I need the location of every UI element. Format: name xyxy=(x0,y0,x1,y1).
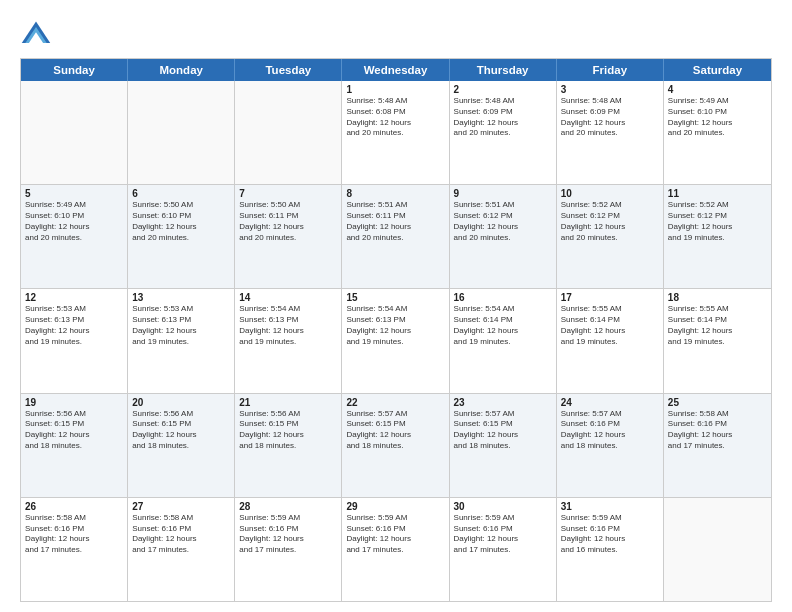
day-cell-27: 27Sunrise: 5:58 AM Sunset: 6:16 PM Dayli… xyxy=(128,498,235,601)
day-number: 27 xyxy=(132,501,230,512)
header-day-tuesday: Tuesday xyxy=(235,59,342,81)
day-number: 25 xyxy=(668,397,767,408)
day-number: 14 xyxy=(239,292,337,303)
cell-info-text: Sunrise: 5:58 AM Sunset: 6:16 PM Dayligh… xyxy=(132,513,230,556)
day-number: 2 xyxy=(454,84,552,95)
cell-info-text: Sunrise: 5:59 AM Sunset: 6:16 PM Dayligh… xyxy=(239,513,337,556)
day-cell-9: 9Sunrise: 5:51 AM Sunset: 6:12 PM Daylig… xyxy=(450,185,557,288)
day-number: 13 xyxy=(132,292,230,303)
cell-info-text: Sunrise: 5:56 AM Sunset: 6:15 PM Dayligh… xyxy=(132,409,230,452)
empty-cell-0-2 xyxy=(235,81,342,184)
cell-info-text: Sunrise: 5:59 AM Sunset: 6:16 PM Dayligh… xyxy=(454,513,552,556)
cell-info-text: Sunrise: 5:54 AM Sunset: 6:13 PM Dayligh… xyxy=(346,304,444,347)
day-number: 20 xyxy=(132,397,230,408)
cell-info-text: Sunrise: 5:48 AM Sunset: 6:08 PM Dayligh… xyxy=(346,96,444,139)
day-cell-2: 2Sunrise: 5:48 AM Sunset: 6:09 PM Daylig… xyxy=(450,81,557,184)
cell-info-text: Sunrise: 5:52 AM Sunset: 6:12 PM Dayligh… xyxy=(668,200,767,243)
day-number: 16 xyxy=(454,292,552,303)
day-number: 6 xyxy=(132,188,230,199)
day-cell-18: 18Sunrise: 5:55 AM Sunset: 6:14 PM Dayli… xyxy=(664,289,771,392)
day-cell-12: 12Sunrise: 5:53 AM Sunset: 6:13 PM Dayli… xyxy=(21,289,128,392)
cell-info-text: Sunrise: 5:55 AM Sunset: 6:14 PM Dayligh… xyxy=(561,304,659,347)
day-number: 28 xyxy=(239,501,337,512)
cell-info-text: Sunrise: 5:59 AM Sunset: 6:16 PM Dayligh… xyxy=(561,513,659,556)
day-number: 11 xyxy=(668,188,767,199)
day-number: 31 xyxy=(561,501,659,512)
day-cell-23: 23Sunrise: 5:57 AM Sunset: 6:15 PM Dayli… xyxy=(450,394,557,497)
day-cell-16: 16Sunrise: 5:54 AM Sunset: 6:14 PM Dayli… xyxy=(450,289,557,392)
header-day-thursday: Thursday xyxy=(450,59,557,81)
day-number: 30 xyxy=(454,501,552,512)
day-cell-31: 31Sunrise: 5:59 AM Sunset: 6:16 PM Dayli… xyxy=(557,498,664,601)
header-day-sunday: Sunday xyxy=(21,59,128,81)
day-cell-3: 3Sunrise: 5:48 AM Sunset: 6:09 PM Daylig… xyxy=(557,81,664,184)
day-number: 12 xyxy=(25,292,123,303)
calendar-body: 1Sunrise: 5:48 AM Sunset: 6:08 PM Daylig… xyxy=(21,81,771,601)
day-cell-30: 30Sunrise: 5:59 AM Sunset: 6:16 PM Dayli… xyxy=(450,498,557,601)
day-cell-28: 28Sunrise: 5:59 AM Sunset: 6:16 PM Dayli… xyxy=(235,498,342,601)
cell-info-text: Sunrise: 5:52 AM Sunset: 6:12 PM Dayligh… xyxy=(561,200,659,243)
calendar: SundayMondayTuesdayWednesdayThursdayFrid… xyxy=(20,58,772,602)
day-number: 1 xyxy=(346,84,444,95)
cell-info-text: Sunrise: 5:55 AM Sunset: 6:14 PM Dayligh… xyxy=(668,304,767,347)
logo xyxy=(20,18,56,50)
cell-info-text: Sunrise: 5:48 AM Sunset: 6:09 PM Dayligh… xyxy=(454,96,552,139)
day-number: 3 xyxy=(561,84,659,95)
logo-icon xyxy=(20,18,52,50)
day-cell-6: 6Sunrise: 5:50 AM Sunset: 6:10 PM Daylig… xyxy=(128,185,235,288)
cell-info-text: Sunrise: 5:57 AM Sunset: 6:16 PM Dayligh… xyxy=(561,409,659,452)
day-cell-24: 24Sunrise: 5:57 AM Sunset: 6:16 PM Dayli… xyxy=(557,394,664,497)
day-number: 26 xyxy=(25,501,123,512)
day-cell-11: 11Sunrise: 5:52 AM Sunset: 6:12 PM Dayli… xyxy=(664,185,771,288)
cell-info-text: Sunrise: 5:56 AM Sunset: 6:15 PM Dayligh… xyxy=(239,409,337,452)
calendar-row-4: 26Sunrise: 5:58 AM Sunset: 6:16 PM Dayli… xyxy=(21,497,771,601)
day-number: 24 xyxy=(561,397,659,408)
day-cell-10: 10Sunrise: 5:52 AM Sunset: 6:12 PM Dayli… xyxy=(557,185,664,288)
day-number: 5 xyxy=(25,188,123,199)
header-day-friday: Friday xyxy=(557,59,664,81)
day-cell-15: 15Sunrise: 5:54 AM Sunset: 6:13 PM Dayli… xyxy=(342,289,449,392)
day-number: 23 xyxy=(454,397,552,408)
cell-info-text: Sunrise: 5:58 AM Sunset: 6:16 PM Dayligh… xyxy=(25,513,123,556)
calendar-row-3: 19Sunrise: 5:56 AM Sunset: 6:15 PM Dayli… xyxy=(21,393,771,497)
cell-info-text: Sunrise: 5:50 AM Sunset: 6:10 PM Dayligh… xyxy=(132,200,230,243)
header-day-saturday: Saturday xyxy=(664,59,771,81)
day-cell-8: 8Sunrise: 5:51 AM Sunset: 6:11 PM Daylig… xyxy=(342,185,449,288)
day-number: 15 xyxy=(346,292,444,303)
day-cell-26: 26Sunrise: 5:58 AM Sunset: 6:16 PM Dayli… xyxy=(21,498,128,601)
header-day-wednesday: Wednesday xyxy=(342,59,449,81)
cell-info-text: Sunrise: 5:53 AM Sunset: 6:13 PM Dayligh… xyxy=(132,304,230,347)
day-number: 19 xyxy=(25,397,123,408)
header xyxy=(20,18,772,50)
day-cell-21: 21Sunrise: 5:56 AM Sunset: 6:15 PM Dayli… xyxy=(235,394,342,497)
day-cell-17: 17Sunrise: 5:55 AM Sunset: 6:14 PM Dayli… xyxy=(557,289,664,392)
day-cell-13: 13Sunrise: 5:53 AM Sunset: 6:13 PM Dayli… xyxy=(128,289,235,392)
day-number: 10 xyxy=(561,188,659,199)
day-cell-22: 22Sunrise: 5:57 AM Sunset: 6:15 PM Dayli… xyxy=(342,394,449,497)
page: SundayMondayTuesdayWednesdayThursdayFrid… xyxy=(0,0,792,612)
day-cell-4: 4Sunrise: 5:49 AM Sunset: 6:10 PM Daylig… xyxy=(664,81,771,184)
cell-info-text: Sunrise: 5:50 AM Sunset: 6:11 PM Dayligh… xyxy=(239,200,337,243)
day-cell-7: 7Sunrise: 5:50 AM Sunset: 6:11 PM Daylig… xyxy=(235,185,342,288)
cell-info-text: Sunrise: 5:59 AM Sunset: 6:16 PM Dayligh… xyxy=(346,513,444,556)
cell-info-text: Sunrise: 5:57 AM Sunset: 6:15 PM Dayligh… xyxy=(454,409,552,452)
day-cell-20: 20Sunrise: 5:56 AM Sunset: 6:15 PM Dayli… xyxy=(128,394,235,497)
cell-info-text: Sunrise: 5:49 AM Sunset: 6:10 PM Dayligh… xyxy=(25,200,123,243)
day-number: 4 xyxy=(668,84,767,95)
empty-cell-0-1 xyxy=(128,81,235,184)
empty-cell-4-6 xyxy=(664,498,771,601)
cell-info-text: Sunrise: 5:54 AM Sunset: 6:13 PM Dayligh… xyxy=(239,304,337,347)
day-cell-29: 29Sunrise: 5:59 AM Sunset: 6:16 PM Dayli… xyxy=(342,498,449,601)
cell-info-text: Sunrise: 5:54 AM Sunset: 6:14 PM Dayligh… xyxy=(454,304,552,347)
cell-info-text: Sunrise: 5:51 AM Sunset: 6:11 PM Dayligh… xyxy=(346,200,444,243)
calendar-row-1: 5Sunrise: 5:49 AM Sunset: 6:10 PM Daylig… xyxy=(21,184,771,288)
calendar-header: SundayMondayTuesdayWednesdayThursdayFrid… xyxy=(21,59,771,81)
cell-info-text: Sunrise: 5:51 AM Sunset: 6:12 PM Dayligh… xyxy=(454,200,552,243)
cell-info-text: Sunrise: 5:53 AM Sunset: 6:13 PM Dayligh… xyxy=(25,304,123,347)
day-number: 18 xyxy=(668,292,767,303)
cell-info-text: Sunrise: 5:57 AM Sunset: 6:15 PM Dayligh… xyxy=(346,409,444,452)
cell-info-text: Sunrise: 5:48 AM Sunset: 6:09 PM Dayligh… xyxy=(561,96,659,139)
day-cell-14: 14Sunrise: 5:54 AM Sunset: 6:13 PM Dayli… xyxy=(235,289,342,392)
day-number: 9 xyxy=(454,188,552,199)
day-number: 17 xyxy=(561,292,659,303)
